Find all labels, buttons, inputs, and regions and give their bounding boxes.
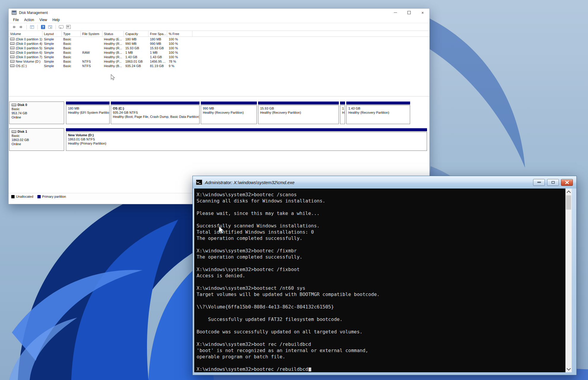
partition-health: H — [342, 110, 345, 115]
minimize-button[interactable] — [388, 9, 402, 17]
disk-management-titlebar[interactable]: Disk Management × — [9, 9, 429, 17]
partition-box[interactable]: 180 MBHealthy (EFI System Partition — [66, 102, 110, 124]
volume-cell: 1.43 GB — [124, 55, 148, 59]
volume-cell: Healthy (R... — [102, 46, 124, 50]
console-line — [197, 279, 565, 285]
console-output[interactable]: X:\windows\system32>bootrec /scanosScann… — [194, 189, 565, 372]
cmd-titlebar[interactable]: Administrator: X:\windows\system32\cmd.e… — [193, 176, 576, 189]
console-line: Please wait, since this may take a while… — [197, 210, 565, 216]
partition-box[interactable]: 15.93 GBHealthy (Recovery Partition) — [258, 102, 339, 124]
volume-row[interactable]: (Disk 0 partition 6)SimpleBasicRAWHealth… — [9, 50, 429, 55]
partition-box[interactable]: 1H — [340, 102, 345, 124]
volume-cell: 990 MB — [148, 42, 167, 45]
volume-cell: Basic — [62, 46, 81, 50]
volume-cell: Healthy (R... — [102, 42, 124, 45]
column-header[interactable]: Free Spa... — [148, 31, 167, 37]
volume-cell: (Disk 0 partition 6) — [9, 51, 42, 54]
console-line — [197, 216, 565, 223]
column-header[interactable]: Capacity — [124, 31, 148, 37]
volume-cell: 100 % — [167, 37, 192, 41]
disk-status: Online — [12, 115, 64, 119]
column-header[interactable]: Volume — [9, 31, 42, 37]
volume-cell: 1456.95 ... — [148, 60, 167, 63]
volume-list-header: VolumeLayoutTypeFile SystemStatusCapacit… — [9, 31, 429, 37]
volume-row[interactable]: OS (C:)SimpleBasicNTFSHealthy (B...935.2… — [9, 64, 429, 68]
volume-row[interactable]: (Disk 0 partition 5)SimpleBasicHealthy (… — [9, 46, 429, 50]
console-line: X:\windows\system32>bootrec /fixboot — [197, 266, 565, 273]
console-line: Total identified Windows installations: … — [197, 229, 565, 235]
volume-cell: New Volume (D:) — [9, 60, 42, 63]
back-icon[interactable] — [11, 24, 17, 30]
cmd-close-button[interactable] — [561, 179, 573, 186]
console-line — [197, 335, 565, 341]
cmd-minimize-button[interactable] — [533, 179, 545, 186]
column-header[interactable]: % Free — [167, 31, 192, 37]
partition-color-bar — [201, 102, 257, 104]
volume-cell: Basic — [62, 51, 81, 54]
volume-cell: 100 % — [167, 46, 192, 50]
volume-list-rows: (Disk 0 partition 1)SimpleBasicHealthy (… — [9, 37, 429, 68]
disk-section-1: Disk 1Basic1863.02 GBOnlineNew Volume (D… — [9, 128, 427, 151]
cmd-maximize-button[interactable] — [547, 179, 559, 186]
partition-size: 15.93 GB — [260, 106, 339, 110]
partition-box[interactable]: 1.43 GBHealthy (Recovery Partition) — [346, 102, 410, 124]
volume-icon — [10, 64, 15, 67]
disk-label-box[interactable]: Disk 0Basic953.74 GBOnline — [9, 102, 64, 124]
disk-label-box[interactable]: Disk 1Basic1863.02 GBOnline — [9, 128, 64, 151]
properties-icon[interactable] — [66, 24, 71, 30]
console-line — [197, 297, 565, 304]
show-action-pane-icon[interactable] — [48, 24, 53, 30]
volume-row[interactable]: New Volume (D:)SimpleBasicNTFSHealthy (P… — [9, 59, 429, 64]
legend-item: Unallocated — [11, 195, 33, 198]
scrollbar-thumb[interactable] — [566, 195, 571, 210]
column-header[interactable]: File System — [81, 31, 102, 37]
scroll-up-button[interactable] — [565, 189, 572, 195]
volume-list-pane[interactable]: VolumeLayoutTypeFile SystemStatusCapacit… — [9, 31, 429, 96]
volume-cell: (Disk 0 partition 5) — [9, 46, 42, 50]
volume-row[interactable]: (Disk 0 partition 4)SimpleBasicHealthy (… — [9, 41, 429, 46]
volume-row[interactable]: (Disk 0 partition 7)SimpleBasicHealthy (… — [9, 55, 429, 59]
menu-item-file[interactable]: File — [10, 17, 21, 23]
partition-color-bar — [346, 102, 410, 104]
volume-cell: 100 % — [167, 51, 192, 54]
column-header[interactable]: Layout — [42, 31, 62, 37]
partition-box[interactable]: New Volume (D:)1863.01 GB NTFSHealthy (P… — [66, 128, 427, 151]
console-line: X:\windows\system32>bootsect /nt60 sys — [197, 285, 565, 291]
console-line — [197, 241, 565, 248]
disk-type: Basic — [12, 134, 64, 138]
partition-color-bar — [111, 102, 200, 104]
disk-size: 953.74 GB — [12, 111, 64, 115]
column-header[interactable]: Status — [102, 31, 124, 37]
menu-item-view[interactable]: View — [37, 17, 50, 23]
show-console-tree-icon[interactable] — [29, 24, 35, 30]
volume-cell: 15.93 GB — [124, 46, 148, 50]
console-line: X:\windows\system32>bootrec /scanos — [197, 191, 565, 198]
disk-drive-icon — [12, 130, 16, 133]
volume-icon — [10, 56, 15, 58]
maximize-button[interactable] — [402, 9, 416, 17]
help-icon[interactable]: ? — [40, 24, 46, 30]
console-line: Access is denied. — [197, 273, 565, 279]
console-scrollbar[interactable] — [565, 189, 572, 372]
disk-size: 1863.02 GB — [12, 138, 64, 142]
volume-row[interactable]: (Disk 0 partition 1)SimpleBasicHealthy (… — [9, 37, 429, 41]
column-header[interactable]: Type — [62, 31, 81, 37]
volume-cell: Basic — [62, 64, 81, 68]
menu-item-help[interactable]: Help — [50, 17, 63, 23]
partition-health: Healthy (Recovery Partition) — [203, 110, 257, 115]
volume-cell: 1.43 GB — [148, 55, 167, 59]
volume-cell: 1863.01 GB — [124, 60, 148, 63]
forward-icon[interactable] — [18, 24, 24, 30]
volume-cell: 180 MB — [148, 37, 167, 41]
scroll-down-button[interactable] — [565, 366, 572, 372]
volume-cell: Basic — [62, 42, 81, 45]
volume-cell: 100 % — [167, 55, 192, 59]
partition-box[interactable]: 990 MBHealthy (Recovery Partition) — [201, 102, 257, 124]
volume-cell: 1 MB — [148, 51, 167, 54]
action-dialog-icon[interactable] — [59, 24, 64, 30]
menu-item-action[interactable]: Action — [21, 17, 37, 23]
partition-size: 935.24 GB NTFS — [113, 110, 199, 115]
volume-cell: Simple — [42, 64, 62, 68]
close-button[interactable]: × — [416, 9, 429, 17]
partition-box[interactable]: OS (C:)935.24 GB NTFSHealthy (Boot, Page… — [111, 102, 200, 124]
